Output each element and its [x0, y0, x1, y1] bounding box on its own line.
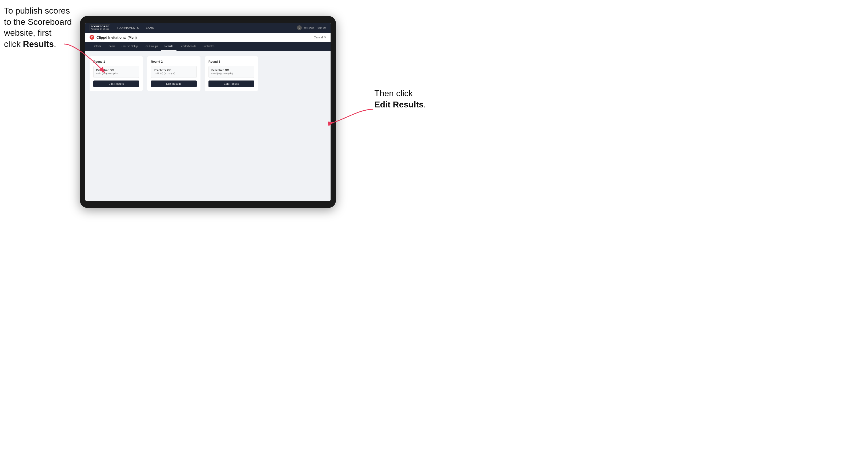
- scoreboard-logo: SCOREBOARD Powered by clippd: [90, 25, 111, 31]
- round-3-course-name: Peachtree GC: [211, 69, 251, 72]
- right-line1: Then click: [374, 89, 413, 98]
- round-3-course: Peachtree GC Gold (M) (7010 yds): [209, 66, 254, 78]
- round-2-course-name: Peachtree GC: [154, 69, 194, 72]
- round-2-course: Peachtree GC Gold (M) (7010 yds): [151, 66, 197, 78]
- tournament-title-area: C Clippd Invitational (Men): [90, 35, 137, 40]
- round-3-edit-button[interactable]: Edit Results: [209, 81, 254, 87]
- nav-links: TOURNAMENTS TEAMS: [117, 26, 297, 29]
- round-1-edit-button[interactable]: Edit Results: [93, 81, 139, 87]
- tab-leaderboards[interactable]: Leaderboards: [177, 42, 199, 51]
- tab-course-setup[interactable]: Course Setup: [118, 42, 141, 51]
- tab-teams[interactable]: Teams: [104, 42, 118, 51]
- top-nav: SCOREBOARD Powered by clippd TOURNAMENTS…: [85, 23, 331, 33]
- nav-signout[interactable]: Sign out: [317, 26, 326, 29]
- right-bold: Edit Results: [374, 100, 424, 109]
- round-3-card: Round 3 Peachtree GC Gold (M) (7010 yds)…: [205, 56, 258, 91]
- round-2-course-details: Gold (M) (7010 yds): [154, 72, 194, 75]
- nav-username: Test User |: [304, 26, 315, 29]
- nav-teams[interactable]: TEAMS: [144, 26, 154, 29]
- nav-tournaments[interactable]: TOURNAMENTS: [117, 26, 139, 29]
- tab-details[interactable]: Details: [90, 42, 104, 51]
- right-instruction: Then click Edit Results.: [374, 88, 426, 110]
- round-1-course-name: Peachtree GC: [96, 69, 136, 72]
- round-3-title: Round 3: [209, 60, 254, 63]
- cancel-button[interactable]: Cancel ✕: [314, 36, 326, 39]
- rounds-grid: Round 1 Peachtree GC Gold (M) (7010 yds)…: [90, 56, 326, 91]
- main-content: Round 1 Peachtree GC Gold (M) (7010 yds)…: [85, 51, 331, 201]
- logo-area: SCOREBOARD Powered by clippd: [90, 25, 111, 31]
- round-1-course-details: Gold (M) (7010 yds): [96, 72, 136, 75]
- tab-printables[interactable]: Printables: [199, 42, 218, 51]
- left-instruction: To publish scores to the Scoreboard webs…: [4, 5, 72, 50]
- tournament-name: Clippd Invitational (Men): [96, 35, 137, 39]
- round-1-course: Peachtree GC Gold (M) (7010 yds): [93, 66, 139, 78]
- round-3-course-details: Gold (M) (7010 yds): [211, 72, 251, 75]
- tab-results[interactable]: Results: [161, 42, 177, 51]
- clippd-logo: C: [90, 35, 94, 40]
- round-2-title: Round 2: [151, 60, 197, 63]
- right-end: .: [424, 100, 426, 109]
- tablet-frame: SCOREBOARD Powered by clippd TOURNAMENTS…: [80, 16, 336, 208]
- tournament-header: C Clippd Invitational (Men) Cancel ✕: [85, 33, 331, 42]
- nav-right: U Test User | Sign out: [297, 25, 326, 30]
- instruction-line3: website, first: [4, 28, 52, 38]
- instruction-bold: Results: [23, 39, 54, 49]
- round-1-title: Round 1: [93, 60, 139, 63]
- round-2-edit-button[interactable]: Edit Results: [151, 81, 197, 87]
- instruction-line1: To publish scores: [4, 6, 70, 15]
- tab-nav: Details Teams Course Setup Tee Groups Re…: [85, 42, 331, 51]
- tablet-screen: SCOREBOARD Powered by clippd TOURNAMENTS…: [85, 23, 331, 201]
- tab-tee-groups[interactable]: Tee Groups: [141, 42, 161, 51]
- user-avatar: U: [297, 25, 302, 30]
- instruction-end: .: [54, 39, 56, 49]
- instruction-line2: to the Scoreboard: [4, 17, 72, 27]
- round-1-card: Round 1 Peachtree GC Gold (M) (7010 yds)…: [90, 56, 143, 91]
- instruction-line4: click: [4, 39, 23, 49]
- round-2-card: Round 2 Peachtree GC Gold (M) (7010 yds)…: [147, 56, 200, 91]
